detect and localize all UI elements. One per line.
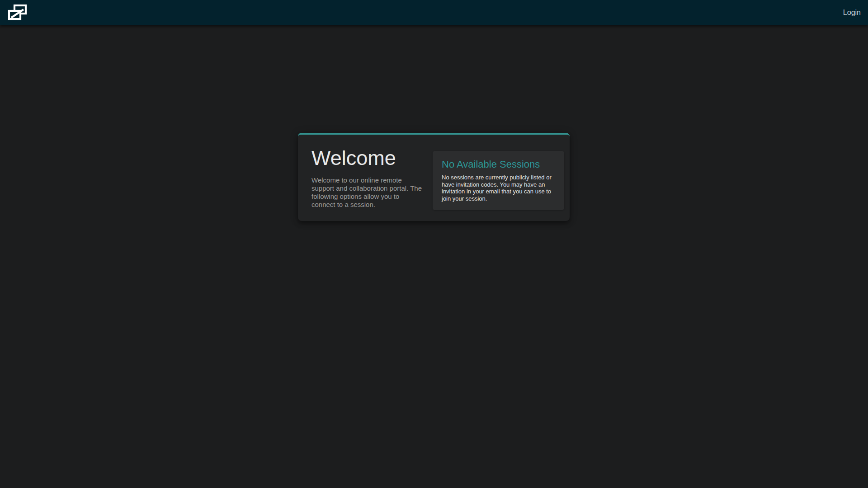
welcome-column: Welcome Welcome to our online remote sup…	[311, 145, 428, 210]
app-logo-button[interactable]	[7, 4, 28, 22]
login-link[interactable]: Login	[842, 0, 862, 25]
no-sessions-title: No Available Sessions	[442, 159, 556, 170]
welcome-title: Welcome	[311, 145, 428, 171]
no-sessions-message: No sessions are currently publicly liste…	[442, 174, 556, 202]
overlapping-screens-logo-icon	[7, 4, 27, 21]
no-sessions-panel: No Available Sessions No sessions are cu…	[433, 151, 564, 210]
welcome-description: Welcome to our online remote support and…	[311, 176, 425, 209]
welcome-card: Welcome Welcome to our online remote sup…	[298, 133, 570, 221]
app-bar: Login	[0, 0, 868, 25]
